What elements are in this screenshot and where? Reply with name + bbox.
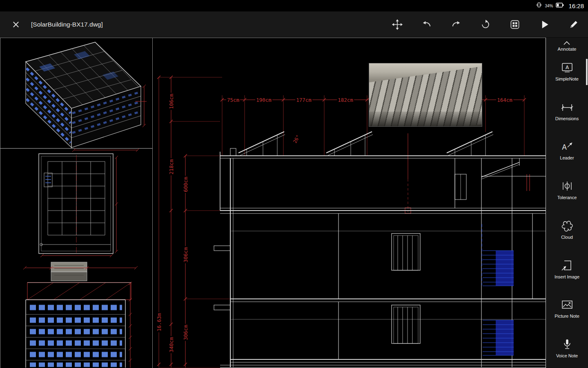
status-bar: 34% 16:28 (0, 0, 588, 11)
rotate-icon (480, 19, 491, 30)
sidebar-item-label: SimpleNote (555, 76, 579, 81)
play-button[interactable] (536, 16, 553, 33)
pan-button[interactable] (389, 16, 406, 33)
sidebar-scrollbar[interactable] (586, 59, 588, 85)
dimension-label: 182cm (337, 97, 354, 103)
clock-time: 16:28 (568, 2, 584, 9)
rotate-button[interactable] (477, 16, 494, 33)
cloud-icon (560, 220, 574, 232)
dimension-label: 177cm (295, 97, 312, 103)
tolerance-icon (561, 180, 574, 192)
dimension-label: 75cm (226, 97, 240, 103)
dimension-label: 164cm (496, 97, 513, 103)
sidebar-header-label: Annotate (557, 47, 576, 52)
insert-image-icon (561, 259, 574, 272)
dimension-label: 106cm (168, 93, 174, 110)
sidebar-item-label: Voice Note (556, 353, 578, 358)
dimensions-icon (561, 101, 574, 113)
pencil-icon (568, 19, 579, 30)
pan-icon (392, 19, 403, 30)
layout-grid-button[interactable] (506, 16, 523, 33)
building-views-drawing (0, 38, 152, 368)
battery-percent: 34% (545, 4, 553, 8)
redo-icon (450, 19, 462, 30)
close-button[interactable] (7, 16, 24, 33)
sidebar-item-label: Dimensions (555, 116, 579, 121)
leader-icon: A (561, 140, 574, 153)
inserted-photo-solar-panels[interactable] (369, 63, 482, 126)
sidebar-item-label: Tolerance (557, 195, 577, 200)
battery-icon (556, 2, 564, 9)
content-area: 75cm 190cm 177cm 182cm 164cm 106cm 218cm… (0, 38, 588, 368)
axonometric-view (26, 42, 147, 152)
elevation-view (23, 262, 138, 368)
sidebar-item-leader[interactable]: A Leader (546, 131, 588, 171)
dimension-label: 306cm (183, 246, 189, 263)
sidebar-item-picture-note[interactable]: Picture Note (546, 289, 588, 329)
sidebar-item-label: Insert Image (555, 274, 579, 279)
photo-shadow (369, 112, 482, 126)
drawing-views-panel[interactable] (0, 38, 153, 368)
document-title: [SolarBuilding-BX17.dwg] (31, 21, 103, 28)
sidebar-item-insert-image[interactable]: Insert Image (546, 249, 588, 289)
plan-view (39, 154, 118, 257)
stair-hatch (482, 224, 514, 355)
vibrate-icon (536, 2, 542, 9)
app-toolbar: [SolarBuilding-BX17.dwg] (0, 11, 588, 38)
section-drawing (153, 38, 546, 368)
redo-button[interactable] (448, 16, 465, 33)
edit-button[interactable] (565, 16, 582, 33)
dimension-label: 218cm (168, 158, 174, 175)
red-dimension-marks (40, 155, 118, 257)
dimension-label: 306cm (183, 324, 189, 341)
sidebar-item-simplenote[interactable]: A SimpleNote (546, 52, 588, 91)
chevron-up-icon (561, 40, 572, 46)
undo-button[interactable] (418, 16, 435, 33)
svg-text:A: A (565, 65, 569, 70)
simplenote-icon: A (561, 61, 574, 74)
voice-note-icon (561, 338, 574, 350)
sidebar-item-dimensions[interactable]: Dimensions (546, 91, 588, 131)
dimension-label: 16.63m (156, 312, 162, 332)
grid-icon (509, 19, 521, 30)
dimension-label: 600cm (183, 176, 189, 193)
close-icon (11, 19, 21, 30)
annotate-sidebar: Annotate A SimpleNote Dimension (546, 38, 588, 368)
sidebar-collapse[interactable]: Annotate (557, 40, 576, 52)
app-screen: 34% 16:28 [SolarBuilding-BX17.dwg] (0, 0, 588, 368)
dimension-label: 340cm (168, 336, 174, 353)
undo-icon (421, 19, 432, 30)
solar-panel-section (238, 132, 493, 156)
svg-text:A: A (562, 143, 567, 151)
sidebar-item-cloud[interactable]: Cloud (546, 210, 588, 249)
drawing-canvas[interactable]: 75cm 190cm 177cm 182cm 164cm 106cm 218cm… (153, 38, 546, 368)
sidebar-item-label: Cloud (561, 235, 573, 240)
sidebar-item-label: Picture Note (555, 314, 579, 319)
picture-note-icon (561, 298, 574, 311)
section-doors (392, 174, 466, 343)
play-icon (539, 19, 550, 30)
dimension-label: 190cm (255, 97, 272, 103)
sidebar-item-tolerance[interactable]: Tolerance (546, 170, 588, 210)
sidebar-item-label: Leader (560, 155, 574, 160)
sidebar-item-voice-note[interactable]: Voice Note (546, 328, 588, 368)
